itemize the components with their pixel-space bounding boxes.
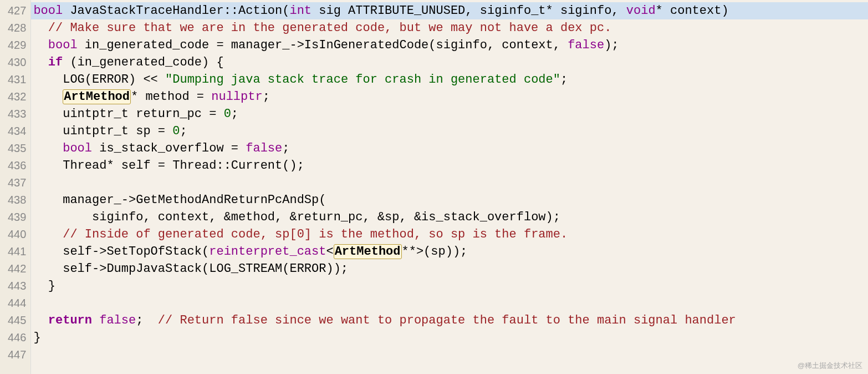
line-number: 439 bbox=[8, 209, 26, 226]
watermark-text: @稀土掘金技术社区 bbox=[798, 361, 862, 371]
code-line[interactable]: } bbox=[31, 329, 868, 346]
code-token: manager_->GetMethodAndReturnPcAndSp( bbox=[63, 193, 326, 207]
code-line[interactable]: bool JavaStackTraceHandler::Action(int s… bbox=[31, 2, 868, 19]
code-token: nullptr bbox=[211, 90, 262, 104]
code-token: "Dumping java stack trace for crash in g… bbox=[165, 73, 560, 87]
code-token: ; bbox=[263, 90, 270, 104]
code-token: return bbox=[48, 314, 92, 327]
line-number: 429 bbox=[8, 37, 26, 54]
line-number-gutter: 4274284294304314324334344354364374384394… bbox=[0, 0, 31, 374]
line-number: 441 bbox=[8, 243, 26, 260]
code-line[interactable]: self->SetTopOfStack(reinterpret_cast<Art… bbox=[31, 243, 868, 260]
code-token: Thread* self = Thread::Current(); bbox=[63, 159, 304, 173]
code-token: ; bbox=[136, 314, 158, 327]
code-token bbox=[92, 314, 99, 327]
code-line[interactable]: if (in_generated_code) { bbox=[31, 54, 868, 71]
code-token: bool bbox=[63, 141, 92, 155]
code-token: ); bbox=[604, 38, 619, 52]
code-line[interactable]: // Inside of generated code, sp[0] is th… bbox=[31, 226, 868, 243]
code-token: ; bbox=[560, 73, 568, 87]
code-token: in_generated_code = manager_->IsInGenera… bbox=[78, 38, 568, 52]
code-token: ArtMethod bbox=[63, 89, 131, 104]
code-token: false bbox=[99, 314, 136, 327]
line-number: 447 bbox=[8, 346, 26, 363]
code-token: * context) bbox=[656, 4, 729, 18]
code-token: void bbox=[626, 4, 656, 18]
code-line[interactable]: manager_->GetMethodAndReturnPcAndSp( bbox=[31, 191, 868, 209]
line-number: 440 bbox=[8, 226, 26, 243]
line-number: 435 bbox=[8, 140, 26, 157]
line-number: 442 bbox=[8, 260, 26, 277]
code-line[interactable]: } bbox=[31, 277, 868, 295]
code-token: uintptr_t return_pc = bbox=[63, 107, 223, 121]
code-token: // Inside of generated code, sp[0] is th… bbox=[63, 228, 568, 241]
code-line[interactable] bbox=[31, 174, 868, 191]
code-line[interactable]: return false; // Return false since we w… bbox=[31, 312, 868, 329]
line-number: 436 bbox=[8, 157, 26, 174]
code-token: bool bbox=[33, 4, 63, 18]
code-token: ; bbox=[180, 124, 187, 138]
code-token: 0 bbox=[172, 124, 180, 138]
code-token: sig ATTRIBUTE_UNUSED, siginfo_t* siginfo… bbox=[312, 4, 626, 18]
code-token: if bbox=[48, 55, 63, 69]
code-token: is_stack_overflow = bbox=[92, 141, 246, 155]
code-line[interactable]: ArtMethod* method = nullptr; bbox=[31, 88, 868, 105]
code-token: ; bbox=[231, 107, 238, 121]
line-number: 430 bbox=[8, 54, 26, 71]
code-token: (in_generated_code) { bbox=[63, 55, 223, 69]
line-number: 427 bbox=[8, 2, 26, 19]
code-line[interactable]: Thread* self = Thread::Current(); bbox=[31, 157, 868, 174]
code-line[interactable]: bool in_generated_code = manager_->IsInG… bbox=[31, 37, 868, 54]
code-token: < bbox=[326, 245, 333, 259]
code-line[interactable] bbox=[31, 346, 868, 363]
line-number: 446 bbox=[8, 329, 26, 346]
code-line[interactable]: uintptr_t return_pc = 0; bbox=[31, 105, 868, 123]
code-token: 0 bbox=[224, 107, 231, 121]
code-token: false bbox=[246, 141, 282, 155]
code-token: * method = bbox=[131, 90, 211, 104]
code-line[interactable]: // Make sure that we are in the generate… bbox=[31, 19, 868, 37]
code-editor[interactable]: 4274284294304314324334344354364374384394… bbox=[0, 0, 868, 374]
code-token: // Make sure that we are in the generate… bbox=[48, 21, 612, 35]
code-token: LOG(ERROR) << bbox=[63, 73, 165, 87]
code-token: self->DumpJavaStack(LOG_STREAM(ERROR)); bbox=[63, 262, 348, 276]
line-number: 431 bbox=[8, 71, 26, 88]
code-token: ; bbox=[282, 141, 289, 155]
code-token: bool bbox=[48, 38, 78, 52]
code-line[interactable]: siginfo, context, &method, &return_pc, &… bbox=[31, 209, 868, 226]
code-token: ArtMethod bbox=[334, 244, 402, 259]
code-token: reinterpret_cast bbox=[209, 245, 326, 259]
code-content-area[interactable]: bool JavaStackTraceHandler::Action(int s… bbox=[31, 0, 868, 374]
code-token: self->SetTopOfStack( bbox=[63, 245, 209, 259]
line-number: 428 bbox=[8, 19, 26, 37]
code-token: int bbox=[289, 4, 312, 18]
code-line[interactable]: LOG(ERROR) << "Dumping java stack trace … bbox=[31, 71, 868, 88]
code-token: } bbox=[33, 331, 40, 345]
code-token: JavaStackTraceHandler::Action( bbox=[63, 4, 289, 18]
line-number: 444 bbox=[8, 295, 26, 312]
code-line[interactable]: self->DumpJavaStack(LOG_STREAM(ERROR)); bbox=[31, 260, 868, 277]
line-number: 432 bbox=[8, 88, 26, 105]
line-number: 437 bbox=[8, 174, 26, 191]
code-line[interactable]: bool is_stack_overflow = false; bbox=[31, 140, 868, 157]
line-number: 443 bbox=[8, 277, 26, 295]
code-token: **>(sp)); bbox=[402, 245, 468, 259]
line-number: 433 bbox=[8, 105, 26, 123]
code-line[interactable]: uintptr_t sp = 0; bbox=[31, 123, 868, 140]
code-token: // Return false since we want to propaga… bbox=[158, 314, 736, 327]
line-number: 434 bbox=[8, 123, 26, 140]
line-number: 445 bbox=[8, 312, 26, 329]
code-token: false bbox=[568, 38, 604, 52]
code-line[interactable] bbox=[31, 295, 868, 312]
line-number: 438 bbox=[8, 191, 26, 209]
code-token: siginfo, context, &method, &return_pc, &… bbox=[92, 210, 560, 224]
code-token: } bbox=[48, 279, 55, 293]
code-token: uintptr_t sp = bbox=[63, 124, 172, 138]
